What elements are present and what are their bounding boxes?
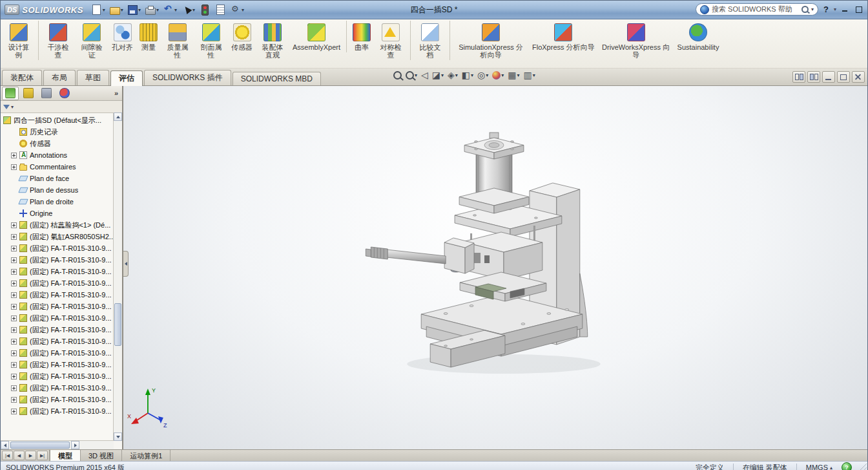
feature-tree-item[interactable]: Plan de face: [1, 173, 113, 184]
panel-collapse-handle[interactable]: [123, 251, 129, 277]
document-tab[interactable]: 模型: [50, 450, 81, 461]
expand-toggle-icon[interactable]: [11, 374, 17, 379]
3d-model[interactable]: Y X Z: [123, 86, 867, 449]
filter-funnel-icon[interactable]: [3, 105, 10, 109]
feature-tree-item[interactable]: (固定) FA-T-R015-310-9...: [1, 289, 113, 301]
feature-tree-item[interactable]: (固定) FA-T-R015-310-9...: [1, 370, 113, 382]
document-window-button[interactable]: [852, 71, 865, 83]
view-toolbar-button[interactable]: [393, 71, 402, 80]
feature-tree-item[interactable]: Origine: [1, 208, 113, 219]
feature-tree-item[interactable]: 四合一插SD (Défaut<显示...: [1, 114, 113, 126]
quick-access-button[interactable]: [90, 4, 107, 16]
ribbon-button[interactable]: 设计算例: [2, 21, 36, 60]
expand-toggle-icon[interactable]: [11, 362, 17, 368]
search-caret-icon[interactable]: ▾: [811, 6, 814, 12]
view-toolbar-button[interactable]: ◁: [421, 70, 428, 80]
document-window-button[interactable]: [792, 71, 805, 83]
tab-nav-button[interactable]: [37, 451, 48, 460]
manager-tab[interactable]: [38, 87, 55, 100]
ribbon-button[interactable]: 传感器: [228, 21, 256, 52]
expand-toggle-icon[interactable]: [11, 153, 17, 158]
ribbon-button[interactable]: FloXpress 分析向导: [529, 21, 598, 52]
ribbon-button[interactable]: 剖面属性: [194, 21, 228, 60]
command-tab[interactable]: 评估: [110, 70, 143, 86]
view-toolbar-button[interactable]: ◎: [477, 70, 488, 80]
filter-caret-icon[interactable]: ▾: [11, 104, 14, 110]
manager-tab[interactable]: [56, 87, 73, 100]
manager-tab[interactable]: [2, 87, 19, 100]
manager-tab[interactable]: [20, 87, 37, 100]
view-toolbar-button[interactable]: ◧: [462, 70, 473, 80]
help-button[interactable]: ?: [822, 5, 830, 14]
scroll-right-button[interactable]: [71, 441, 79, 449]
expand-toggle-icon[interactable]: [11, 257, 17, 263]
quick-access-button[interactable]: [144, 4, 160, 16]
expand-toggle-icon[interactable]: [11, 164, 17, 170]
command-tab[interactable]: 草图: [77, 70, 109, 85]
feature-tree-item[interactable]: (固定) FA-T-R015-310-9...: [1, 312, 113, 324]
feature-tree-item[interactable]: (固定) FA-T-R015-310-9...: [1, 242, 113, 254]
scroll-down-button[interactable]: [114, 433, 122, 441]
document-window-button[interactable]: [807, 71, 820, 83]
expand-toggle-icon[interactable]: [11, 281, 17, 286]
expand-toggle-icon[interactable]: [11, 350, 17, 356]
quick-access-button[interactable]: [214, 4, 227, 16]
scroll-up-button[interactable]: [114, 112, 122, 121]
expand-toggle-icon[interactable]: [11, 292, 17, 298]
expand-toggle-icon[interactable]: [11, 269, 17, 275]
expand-toggle-icon[interactable]: [11, 327, 17, 333]
view-toolbar-button[interactable]: [406, 71, 417, 80]
vertical-scroll-thumb[interactable]: [114, 303, 121, 346]
expand-toggle-icon[interactable]: [11, 304, 17, 310]
tab-nav-button[interactable]: [25, 451, 36, 460]
tab-nav-button[interactable]: [2, 451, 13, 460]
search-input[interactable]: 搜索 SOLIDWORKS 帮助 ▾: [696, 3, 818, 16]
quick-access-button[interactable]: [198, 4, 212, 16]
view-toolbar-button[interactable]: ◪: [432, 70, 444, 80]
ribbon-button[interactable]: 质量属性: [161, 21, 194, 60]
ribbon-button[interactable]: 装配体直观: [256, 21, 289, 60]
feature-tree-item[interactable]: (固定) 氣缸ASR8050SH2...: [1, 231, 113, 242]
feature-tree-item[interactable]: Annotations: [1, 149, 113, 161]
expand-toggle-icon[interactable]: [11, 339, 17, 345]
tree-horizontal-scrollbar[interactable]: [1, 440, 114, 449]
manager-overflow-button[interactable]: »: [114, 89, 118, 97]
ribbon-button[interactable]: 干涉检查: [38, 21, 75, 60]
view-toolbar-button[interactable]: ◈: [448, 70, 458, 80]
search-magnifier-icon[interactable]: [801, 6, 809, 13]
ribbon-button[interactable]: 对称检查: [374, 21, 408, 60]
feature-tree-item[interactable]: (固定) FA-T-R015-310-9...: [1, 324, 113, 336]
quick-access-button[interactable]: [108, 4, 125, 16]
document-window-button[interactable]: [822, 71, 835, 83]
ribbon-button[interactable]: SimulationXpress 分析向导: [450, 21, 529, 60]
scroll-left-button[interactable]: [1, 441, 9, 449]
command-tab[interactable]: 装配体: [2, 70, 42, 85]
ribbon-button[interactable]: 比较文档: [410, 21, 447, 60]
command-tab[interactable]: 布局: [43, 70, 76, 85]
window-minimize-button[interactable]: [840, 5, 850, 14]
feature-tree-item[interactable]: (固定) FA-T-R015-310-9...: [1, 266, 113, 277]
document-tab[interactable]: 3D 视图: [81, 450, 122, 461]
feature-tree-item[interactable]: (固定) FA-T-R015-310-9...: [1, 405, 113, 417]
window-maximize-button[interactable]: [854, 5, 863, 14]
ribbon-button[interactable]: Sustainability: [674, 21, 723, 52]
expand-toggle-icon[interactable]: [11, 222, 17, 228]
feature-tree-item[interactable]: (固定) FA-T-R015-310-9...: [1, 382, 113, 394]
expand-toggle-icon[interactable]: [11, 234, 17, 240]
expand-toggle-icon[interactable]: [11, 385, 17, 391]
expand-toggle-icon[interactable]: [11, 246, 17, 251]
expand-toggle-icon[interactable]: [11, 315, 17, 321]
quick-access-button[interactable]: [229, 4, 245, 16]
quick-access-button[interactable]: [180, 4, 196, 16]
ribbon-button[interactable]: DriveWorksXpress 向导: [598, 21, 674, 60]
help-caret-icon[interactable]: ▾: [834, 6, 836, 12]
command-tab[interactable]: SOLIDWORKS MBD: [232, 72, 321, 85]
ribbon-button[interactable]: AssemblyXpert: [289, 21, 344, 52]
document-tab[interactable]: 运动算例1: [122, 450, 170, 461]
ribbon-button[interactable]: 间隙验证: [75, 21, 108, 60]
quick-tips-help-icon[interactable]: ?: [842, 462, 852, 470]
ribbon-button[interactable]: 测量: [136, 21, 161, 52]
feature-tree-item[interactable]: (固定) FA-T-R015-310-9...: [1, 347, 113, 359]
expand-toggle-icon[interactable]: [11, 409, 17, 414]
tab-nav-button[interactable]: [14, 451, 25, 460]
